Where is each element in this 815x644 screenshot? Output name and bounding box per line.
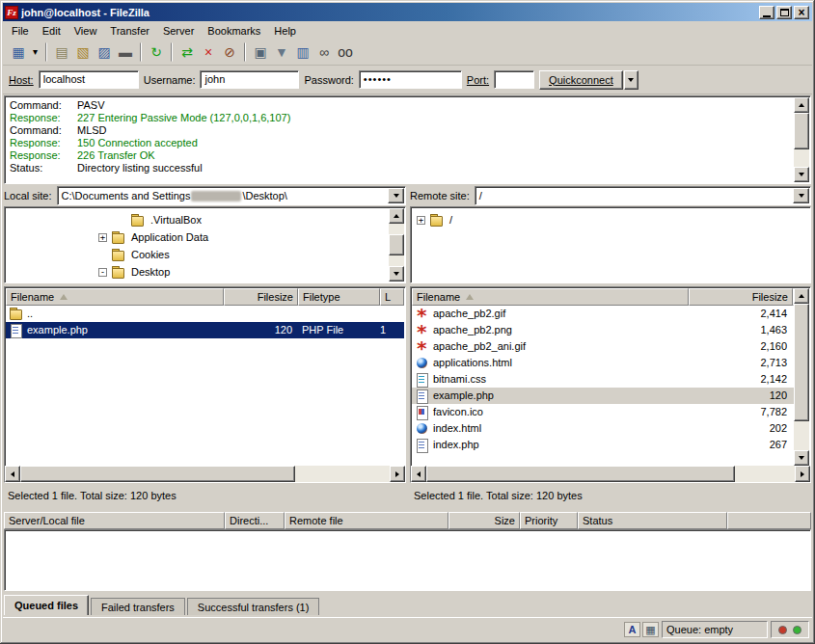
- file-row[interactable]: example.php 120: [412, 388, 794, 404]
- quickconnect-dropdown[interactable]: [624, 70, 638, 90]
- file-row[interactable]: apache_pb2.gif 2,414: [412, 306, 794, 322]
- file-name: apache_pb2.png: [433, 322, 512, 338]
- scroll-up-button[interactable]: [389, 208, 404, 224]
- reconnect-icon[interactable]: ▣: [250, 41, 271, 63]
- menu-item[interactable]: File: [5, 23, 36, 39]
- folder-icon: [429, 214, 444, 227]
- local-site-combo[interactable]: C:\Documents and Settings\Desktop\: [57, 186, 406, 205]
- local-site-dropdown[interactable]: [388, 188, 404, 203]
- column-header[interactable]: Filesize: [224, 288, 298, 306]
- file-row[interactable]: bitnami.css 2,142: [412, 371, 794, 388]
- scroll-up-button[interactable]: [794, 288, 809, 304]
- local-hscrollbar[interactable]: [5, 466, 405, 482]
- port-input[interactable]: [494, 70, 534, 89]
- tree-item[interactable]: Cookies: [6, 246, 388, 263]
- queue-column-header[interactable]: Directi...: [225, 512, 285, 529]
- column-header[interactable]: Filetype: [298, 288, 380, 306]
- queue-column-header[interactable]: Server/Local file: [4, 512, 225, 529]
- remote-vscrollbar[interactable]: [794, 288, 809, 466]
- scroll-left-button[interactable]: [5, 466, 20, 482]
- site-manager-dropdown-icon[interactable]: ▾: [29, 41, 41, 63]
- transfer-queue-toggle-icon[interactable]: ▬: [115, 41, 136, 63]
- menu-item[interactable]: Transfer: [103, 23, 156, 39]
- scroll-thumb[interactable]: [426, 466, 735, 482]
- file-row[interactable]: index.html 202: [412, 420, 794, 437]
- password-input[interactable]: ••••••: [359, 70, 462, 89]
- process-queue-icon[interactable]: ⇄: [177, 41, 198, 63]
- file-row[interactable]: apache_pb2_ani.gif 2,160: [412, 338, 794, 355]
- local-tree-scrollbar[interactable]: [389, 208, 404, 282]
- username-input[interactable]: john: [200, 70, 299, 89]
- sync-browsing-icon[interactable]: ∞: [313, 41, 335, 63]
- scroll-right-button[interactable]: [390, 466, 405, 482]
- file-row[interactable]: ..: [6, 306, 404, 322]
- scroll-right-button[interactable]: [795, 466, 810, 482]
- queue-column-header[interactable]: Remote file: [285, 512, 448, 529]
- scroll-thumb[interactable]: [794, 113, 809, 149]
- queue-tab[interactable]: Failed transfers: [91, 598, 185, 615]
- compare-icon[interactable]: ▥: [292, 41, 313, 63]
- menu-item[interactable]: Help: [267, 23, 303, 39]
- queue-column-header[interactable]: Status: [578, 512, 727, 529]
- scroll-down-button[interactable]: [794, 167, 809, 182]
- column-header[interactable]: Filename: [412, 288, 689, 306]
- menu-item[interactable]: View: [68, 23, 104, 39]
- tree-expander[interactable]: +: [417, 216, 425, 225]
- queue-header: Server/Local fileDirecti...Remote fileSi…: [4, 512, 811, 529]
- scroll-thumb[interactable]: [20, 466, 295, 482]
- image-icon: [415, 324, 429, 336]
- message-log-toggle-icon[interactable]: ▤: [51, 41, 72, 63]
- scroll-down-button[interactable]: [389, 266, 404, 282]
- host-input[interactable]: localhost: [39, 70, 139, 89]
- disconnect-icon[interactable]: ⊘: [219, 41, 240, 63]
- local-site-label: Local site:: [4, 190, 57, 201]
- minimize-button[interactable]: [759, 6, 774, 19]
- log-line: Command:PASV: [10, 99, 789, 112]
- maximize-button[interactable]: [776, 6, 792, 19]
- log-scrollbar[interactable]: [794, 97, 809, 182]
- file-size: 2,713: [689, 355, 793, 371]
- tree-expander[interactable]: +: [98, 233, 107, 242]
- folder-icon: [9, 308, 23, 320]
- quickconnect-button[interactable]: Quickconnect: [539, 70, 623, 90]
- scroll-thumb[interactable]: [794, 304, 809, 421]
- file-row[interactable]: example.php 120 PHP File 1: [6, 322, 404, 338]
- menu-item[interactable]: Edit: [36, 23, 68, 39]
- html-icon: [415, 422, 429, 435]
- column-header[interactable]: Filename: [6, 288, 224, 306]
- refresh-icon[interactable]: ↻: [146, 41, 167, 63]
- queue-column-header[interactable]: Priority: [520, 512, 578, 529]
- scroll-thumb[interactable]: [389, 234, 404, 255]
- tree-expander[interactable]: -: [98, 268, 107, 277]
- remote-file-list: FilenameFilesize apache_pb2.gif 2,414 ap…: [410, 286, 811, 483]
- remote-tree-toggle-icon[interactable]: ▨: [94, 41, 115, 63]
- column-header[interactable]: Filesize: [689, 288, 793, 306]
- log-line-text: MLSD: [77, 124, 107, 136]
- tree-item[interactable]: -Desktop: [6, 263, 388, 281]
- scroll-left-button[interactable]: [411, 466, 426, 482]
- remote-hscrollbar[interactable]: [411, 466, 810, 482]
- file-row[interactable]: apache_pb2.png 1,463: [412, 322, 794, 338]
- find-icon[interactable]: oo: [335, 41, 356, 63]
- filter-icon[interactable]: ▼: [271, 41, 292, 63]
- cancel-icon[interactable]: ×: [198, 41, 219, 63]
- close-button[interactable]: ×: [794, 6, 809, 19]
- file-row[interactable]: applications.html 2,713: [412, 355, 794, 371]
- queue-tab[interactable]: Queued files: [4, 595, 89, 615]
- site-manager-icon[interactable]: ▦: [8, 41, 29, 63]
- file-row[interactable]: favicon.ico 7,782: [412, 404, 794, 420]
- scroll-up-button[interactable]: [794, 97, 809, 113]
- scroll-down-button[interactable]: [794, 450, 809, 466]
- queue-column-header[interactable]: Size: [448, 512, 520, 529]
- file-row[interactable]: index.php 267: [412, 437, 794, 453]
- queue-tab[interactable]: Successful transfers (1): [187, 598, 320, 615]
- tree-item[interactable]: +Application Data: [6, 228, 388, 246]
- remote-site-dropdown[interactable]: [793, 188, 809, 203]
- menu-item[interactable]: Bookmarks: [201, 23, 267, 39]
- tree-item[interactable]: +/: [412, 211, 793, 228]
- tree-item[interactable]: .VirtualBox: [6, 211, 388, 228]
- remote-site-combo[interactable]: /: [475, 186, 811, 205]
- column-header[interactable]: L: [380, 288, 404, 306]
- menu-item[interactable]: Server: [156, 23, 201, 39]
- local-tree-toggle-icon[interactable]: ▧: [72, 41, 94, 63]
